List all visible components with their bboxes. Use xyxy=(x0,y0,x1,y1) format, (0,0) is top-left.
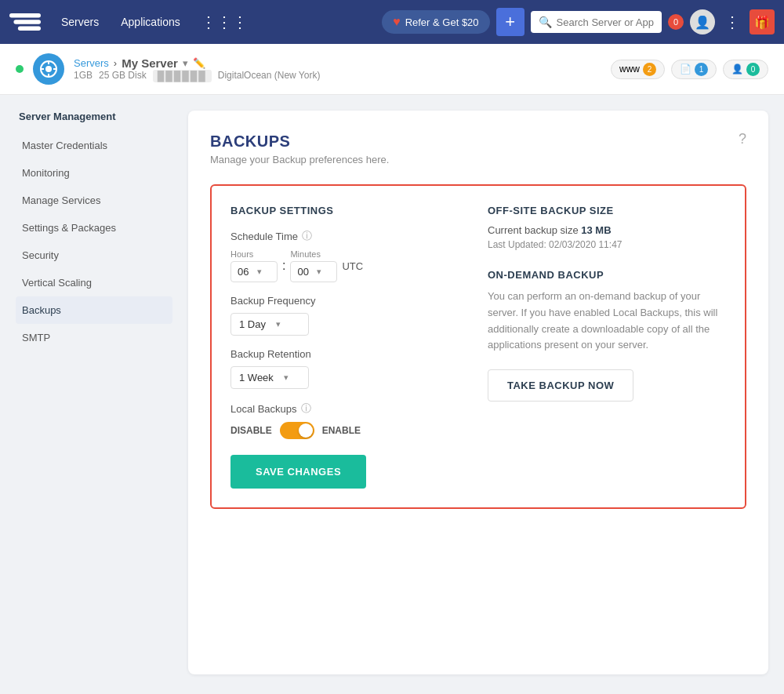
local-backups-info-icon: ⓘ xyxy=(301,402,311,416)
nav-applications[interactable]: Applications xyxy=(113,16,188,28)
grid-icon-button[interactable]: ⋮⋮⋮ xyxy=(194,9,254,35)
sidebar-item-master-credentials[interactable]: Master Credentials xyxy=(16,132,172,159)
frequency-select[interactable]: 1 Day 2 Days 3 Days 7 Days xyxy=(239,318,271,330)
offsite-title: OFF-SITE BACKUP SIZE xyxy=(488,205,726,216)
add-button[interactable]: + xyxy=(496,8,524,36)
tag-file[interactable]: 📄 1 xyxy=(671,60,717,79)
sidebar-item-vertical-scaling[interactable]: Vertical Scaling xyxy=(16,269,172,296)
ondemand-title: ON-DEMAND BACKUP xyxy=(488,269,726,281)
server-ram: 1GB xyxy=(74,70,93,82)
sidebar-item-manage-services[interactable]: Manage Services xyxy=(16,187,172,214)
tag-www-label: www xyxy=(619,64,640,74)
nav-servers[interactable]: Servers xyxy=(53,16,107,28)
take-backup-button[interactable]: TAKE BACKUP NOW xyxy=(488,369,633,402)
search-input[interactable] xyxy=(557,16,654,28)
settings-left: BACKUP SETTINGS Schedule Time ⓘ Hours 06… xyxy=(230,205,469,489)
hours-label: Hours xyxy=(230,249,278,259)
local-backups-label-row: Local Backups ⓘ xyxy=(230,402,469,416)
search-icon: 🔍 xyxy=(539,16,552,28)
minutes-select[interactable]: 00 15 30 xyxy=(297,266,312,278)
heart-icon: ♥ xyxy=(393,15,401,29)
logo[interactable] xyxy=(9,10,41,34)
page-title: BACKUPS xyxy=(210,133,389,151)
retention-select-box[interactable]: 1 Week 2 Weeks 1 Month ▾ xyxy=(230,366,309,389)
retention-select[interactable]: 1 Week 2 Weeks 1 Month xyxy=(239,372,279,383)
frequency-chevron-icon: ▾ xyxy=(276,319,281,329)
save-changes-button[interactable]: SAVE CHANGES xyxy=(230,455,366,489)
help-icon-button[interactable]: ? xyxy=(739,131,746,147)
sidebar-item-monitoring[interactable]: Monitoring xyxy=(16,159,172,187)
breadcrumb: Servers › My Server ▾ ✏️ xyxy=(74,56,320,70)
server-avatar xyxy=(33,53,64,85)
minutes-col: Minutes 00 15 30 ▾ xyxy=(290,249,337,282)
server-header: Servers › My Server ▾ ✏️ 1GB 25 GB Disk … xyxy=(0,44,784,95)
server-info: Servers › My Server ▾ ✏️ 1GB 25 GB Disk … xyxy=(16,53,320,85)
server-details: Servers › My Server ▾ ✏️ 1GB 25 GB Disk … xyxy=(74,56,320,82)
svg-rect-0 xyxy=(9,13,41,17)
retention-chevron-icon: ▾ xyxy=(284,372,289,383)
hours-select[interactable]: 06 07 08 xyxy=(238,266,252,278)
main-layout: Server Management Master Credentials Mon… xyxy=(0,95,784,690)
frequency-row: Backup Frequency 1 Day 2 Days 3 Days 7 D… xyxy=(230,295,469,336)
sidebar: Server Management Master Credentials Mon… xyxy=(16,111,172,674)
server-ip: ██████ xyxy=(153,70,212,82)
settings-right: OFF-SITE BACKUP SIZE Current backup size… xyxy=(488,205,726,489)
time-row: Hours 06 07 08 ▾ : Minutes xyxy=(230,249,469,282)
server-disk: 25 GB Disk xyxy=(99,70,147,82)
offsite-size: 13 MB xyxy=(581,224,611,236)
search-bar: 🔍 xyxy=(531,11,662,33)
offsite-current: Current backup size 13 MB xyxy=(488,224,726,236)
tag-www-count: 2 xyxy=(643,63,656,76)
hours-chevron-icon: ▾ xyxy=(257,267,262,277)
server-name: My Server xyxy=(122,56,178,70)
gift-button[interactable]: 🎁 xyxy=(750,9,775,35)
content-area: BACKUPS Manage your Backup preferences h… xyxy=(188,111,768,674)
schedule-info-icon: ⓘ xyxy=(302,229,312,243)
minutes-select-box[interactable]: 00 15 30 ▾ xyxy=(290,261,337,282)
dropdown-icon[interactable]: ▾ xyxy=(183,57,188,69)
disable-label: DISABLE xyxy=(230,425,272,436)
user-icon: 👤 xyxy=(731,64,743,74)
utc-label: UTC xyxy=(342,260,363,272)
sidebar-item-backups[interactable]: Backups xyxy=(16,296,172,324)
server-tags: www 2 📄 1 👤 0 xyxy=(611,60,768,79)
time-colon: : xyxy=(282,259,285,273)
retention-row: Backup Retention 1 Week 2 Weeks 1 Month … xyxy=(230,348,469,389)
sidebar-item-smtp[interactable]: SMTP xyxy=(16,324,172,351)
toggle-knob xyxy=(299,423,313,438)
refer-button[interactable]: ♥ Refer & Get $20 xyxy=(382,10,489,34)
retention-label: Backup Retention xyxy=(230,348,469,360)
breadcrumb-separator: › xyxy=(114,57,117,69)
tag-user-count: 0 xyxy=(746,63,760,76)
backup-settings-title: BACKUP SETTINGS xyxy=(230,205,469,216)
ondemand-description: You can perform an on-demand backup of y… xyxy=(488,289,726,354)
local-backups-toggle[interactable] xyxy=(280,422,314,439)
kebab-menu-button[interactable]: ⋮ xyxy=(721,9,743,35)
topnav: Servers Applications ⋮⋮⋮ ♥ Refer & Get $… xyxy=(0,0,784,44)
tag-www[interactable]: www 2 xyxy=(611,60,665,79)
enable-label: ENABLE xyxy=(322,425,361,436)
breadcrumb-servers-link[interactable]: Servers xyxy=(74,57,109,69)
page-subtitle: Manage your Backup preferences here. xyxy=(210,154,389,165)
sidebar-item-settings-packages[interactable]: Settings & Packages xyxy=(16,214,172,242)
hours-select-box[interactable]: 06 07 08 ▾ xyxy=(230,261,278,282)
svg-point-4 xyxy=(45,66,52,72)
hours-col: Hours 06 07 08 ▾ xyxy=(230,249,278,282)
minutes-label: Minutes xyxy=(290,249,337,259)
refer-label: Refer & Get $20 xyxy=(405,16,479,28)
svg-rect-2 xyxy=(18,26,41,30)
frequency-label: Backup Frequency xyxy=(230,295,469,307)
title-row: BACKUPS Manage your Backup preferences h… xyxy=(210,133,746,184)
avatar-button[interactable]: 👤 xyxy=(690,9,715,35)
svg-rect-1 xyxy=(13,20,41,24)
tag-user[interactable]: 👤 0 xyxy=(723,60,768,79)
file-icon: 📄 xyxy=(680,64,691,74)
edit-icon[interactable]: ✏️ xyxy=(193,57,205,69)
notification-badge[interactable]: 0 xyxy=(668,14,684,30)
minutes-chevron-icon: ▾ xyxy=(317,267,321,277)
server-provider: DigitalOcean (New York) xyxy=(218,70,321,82)
sidebar-item-security[interactable]: Security xyxy=(16,242,172,269)
frequency-select-box[interactable]: 1 Day 2 Days 3 Days 7 Days ▾ xyxy=(230,313,309,336)
settings-box: BACKUP SETTINGS Schedule Time ⓘ Hours 06… xyxy=(210,184,746,509)
tag-file-count: 1 xyxy=(695,63,708,76)
